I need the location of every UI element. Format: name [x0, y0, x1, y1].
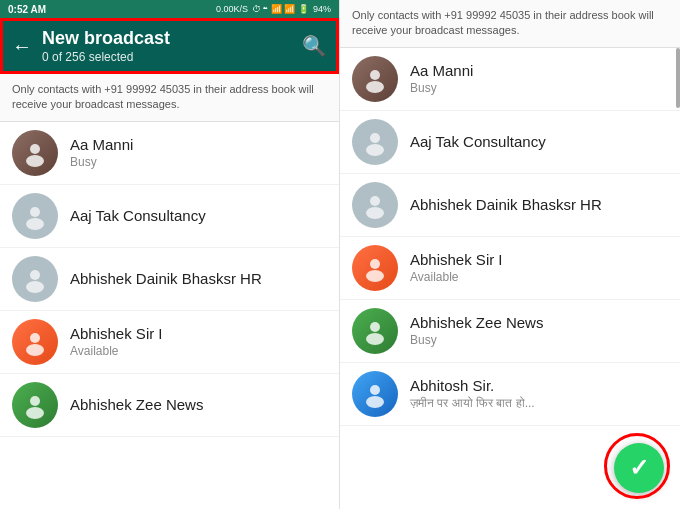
contact-name: Abhishek Sir I — [70, 325, 327, 342]
contact-info: Abhishek Zee News — [70, 396, 327, 413]
status-time: 0:52 AM — [8, 4, 46, 15]
contact-name: Abhishek Sir I — [410, 251, 668, 268]
svg-point-2 — [30, 207, 40, 217]
avatar-placeholder — [352, 119, 398, 165]
header-title-area: New broadcast 0 of 256 selected — [42, 28, 292, 64]
contact-name: Aa Manni — [410, 62, 668, 79]
avatar — [12, 130, 58, 176]
contact-item[interactable]: Aaj Tak Consultancy — [340, 111, 680, 174]
avatar-placeholder — [352, 182, 398, 228]
avatar — [12, 382, 58, 428]
contact-info: Abhishek Dainik Bhasksr HR — [70, 270, 327, 287]
avatar — [12, 319, 58, 365]
svg-point-3 — [26, 218, 44, 230]
avatar — [352, 56, 398, 102]
left-contacts-list[interactable]: Aa Manni Busy Aaj Tak Consultancy — [0, 122, 339, 509]
svg-point-5 — [26, 281, 44, 293]
contact-name: Abhishek Zee News — [70, 396, 327, 413]
selected-count: 0 of 256 selected — [42, 50, 292, 64]
contact-status: Available — [70, 344, 327, 358]
contact-info: Aaj Tak Consultancy — [70, 207, 327, 224]
contact-name: Abhitosh Sir. — [410, 377, 668, 394]
contact-name: Aaj Tak Consultancy — [410, 133, 668, 150]
contact-name: Aaj Tak Consultancy — [70, 207, 327, 224]
avatar — [352, 308, 398, 354]
svg-point-9 — [26, 407, 44, 419]
status-speed: 0.00K/S — [216, 4, 248, 14]
svg-point-20 — [370, 385, 380, 395]
avatar-placeholder — [12, 193, 58, 239]
search-icon[interactable]: 🔍 — [302, 34, 327, 58]
header: ← New broadcast 0 of 256 selected 🔍 — [0, 18, 339, 74]
status-icons: ⏱ ☁ 📶 📶 🔋 — [252, 4, 309, 14]
contact-item[interactable]: Aa Manni Busy — [0, 122, 339, 185]
avatar — [352, 371, 398, 417]
broadcast-title: New broadcast — [42, 28, 292, 50]
contact-info: Aaj Tak Consultancy — [410, 133, 668, 150]
contact-status: Busy — [70, 155, 327, 169]
right-panel: Only contacts with +91 99992 45035 in th… — [340, 0, 680, 509]
right-info-bar: Only contacts with +91 99992 45035 in th… — [340, 0, 680, 48]
fab-send-button[interactable] — [614, 443, 664, 493]
contact-info: Aa Manni Busy — [70, 136, 327, 169]
status-bar: 0:52 AM 0.00K/S ⏱ ☁ 📶 📶 🔋 94% — [0, 0, 339, 18]
svg-point-0 — [30, 144, 40, 154]
svg-point-19 — [366, 333, 384, 345]
contact-info: Abhitosh Sir. ज़मीन पर आयो फिर बात हो... — [410, 377, 668, 410]
svg-point-1 — [26, 155, 44, 167]
contact-status: Available — [410, 270, 668, 284]
svg-point-16 — [370, 259, 380, 269]
svg-point-17 — [366, 270, 384, 282]
right-contacts-list[interactable]: Aa Manni Busy Aaj Tak Consultancy — [340, 48, 680, 509]
back-button[interactable]: ← — [12, 35, 32, 58]
svg-point-13 — [366, 144, 384, 156]
contact-status: ज़मीन पर आयो फिर बात हो... — [410, 396, 668, 410]
contact-item[interactable]: Abhishek Sir I Available — [340, 237, 680, 300]
svg-point-21 — [366, 396, 384, 408]
contact-info: Abhishek Sir I Available — [410, 251, 668, 284]
svg-point-8 — [30, 396, 40, 406]
left-panel: 0:52 AM 0.00K/S ⏱ ☁ 📶 📶 🔋 94% ← New broa… — [0, 0, 340, 509]
svg-point-7 — [26, 344, 44, 356]
contact-name: Abhishek Dainik Bhasksr HR — [70, 270, 327, 287]
status-battery: 94% — [313, 4, 331, 14]
svg-point-15 — [366, 207, 384, 219]
svg-point-4 — [30, 270, 40, 280]
contact-item[interactable]: Abhitosh Sir. ज़मीन पर आयो फिर बात हो... — [340, 363, 680, 426]
contact-info: Abhishek Sir I Available — [70, 325, 327, 358]
svg-point-18 — [370, 322, 380, 332]
contact-status: Busy — [410, 81, 668, 95]
contact-item[interactable]: Abhishek Sir I Available — [0, 311, 339, 374]
contact-item[interactable]: Aa Manni Busy — [340, 48, 680, 111]
contact-name: Abhishek Dainik Bhasksr HR — [410, 196, 668, 213]
svg-point-6 — [30, 333, 40, 343]
contact-info: Aa Manni Busy — [410, 62, 668, 95]
contact-item[interactable]: Abhishek Zee News — [0, 374, 339, 437]
svg-point-14 — [370, 196, 380, 206]
avatar — [352, 245, 398, 291]
contact-name: Abhishek Zee News — [410, 314, 668, 331]
contact-item[interactable]: Aaj Tak Consultancy — [0, 185, 339, 248]
svg-point-10 — [370, 70, 380, 80]
contact-item[interactable]: Abhishek Zee News Busy — [340, 300, 680, 363]
contact-item[interactable]: Abhishek Dainik Bhasksr HR — [340, 174, 680, 237]
contact-status: Busy — [410, 333, 668, 347]
info-bar: Only contacts with +91 99992 45035 in th… — [0, 74, 339, 122]
contact-item[interactable]: Abhishek Dainik Bhasksr HR — [0, 248, 339, 311]
status-right: 0.00K/S ⏱ ☁ 📶 📶 🔋 94% — [216, 4, 331, 14]
contact-info: Abhishek Dainik Bhasksr HR — [410, 196, 668, 213]
contact-name: Aa Manni — [70, 136, 327, 153]
svg-point-12 — [370, 133, 380, 143]
avatar-placeholder — [12, 256, 58, 302]
svg-point-11 — [366, 81, 384, 93]
contact-info: Abhishek Zee News Busy — [410, 314, 668, 347]
